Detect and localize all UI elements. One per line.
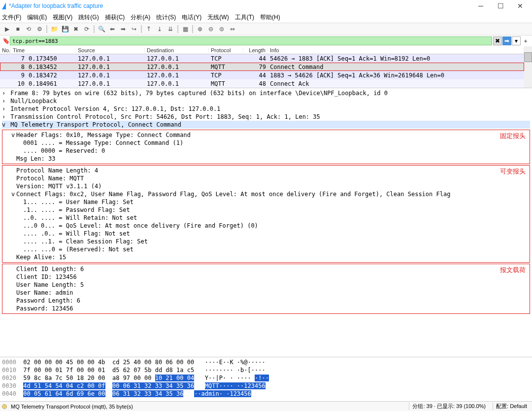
next-icon[interactable]: ➡ xyxy=(118,24,128,34)
tree-row[interactable]: User Name: admin xyxy=(4,289,528,297)
col-time-header[interactable]: Time xyxy=(11,47,76,53)
options-icon[interactable]: ⚙ xyxy=(34,24,44,34)
menu-item[interactable]: 视图(V) xyxy=(53,13,72,22)
hex-dump-pane[interactable]: 0000 02 00 00 00 45 00 00 4b cd 25 40 00… xyxy=(0,357,532,401)
add-filter-icon[interactable]: ＋ xyxy=(521,36,530,45)
tree-row[interactable]: .... .0.. = Will Flag: Not set xyxy=(4,230,528,238)
find-icon[interactable]: 🔍 xyxy=(97,24,106,34)
menu-item[interactable]: 捕获(C) xyxy=(105,13,125,22)
hex-row[interactable]: 0010 7f 00 00 01 7f 00 00 01 d5 62 07 5b… xyxy=(2,366,530,374)
filter-text: tcp.port==1883 xyxy=(12,38,58,44)
history-dropdown-icon[interactable]: ▾ xyxy=(512,36,521,45)
annotation-label: 固定报头 xyxy=(500,132,526,140)
display-filter-input[interactable]: tcp.port==1883 xyxy=(10,36,492,45)
tree-row[interactable]: Version: MQTT v3.1.1 (4) xyxy=(4,182,528,190)
expert-info-icon[interactable] xyxy=(2,404,7,409)
tree-row[interactable]: › Internet Protocol Version 4, Src: 127.… xyxy=(2,105,530,113)
stop-capture-icon[interactable]: ■ xyxy=(13,24,23,34)
open-icon[interactable]: 📁 xyxy=(49,24,59,34)
menu-item[interactable]: 电话(Y) xyxy=(182,13,201,22)
clear-filter-icon[interactable]: ✖ xyxy=(493,36,502,45)
hex-row[interactable]: 0030 4d 51 54 54 04 c2 00 0f 00 06 31 32… xyxy=(2,382,530,390)
tree-row[interactable]: › Null/Loopback xyxy=(2,97,530,105)
zoom-reset-icon[interactable]: ⊜ xyxy=(217,24,227,34)
menu-item[interactable]: 文件(F) xyxy=(2,13,21,22)
menu-item[interactable]: 无线(W) xyxy=(207,13,229,22)
tree-row[interactable]: vConnect Flags: 0xc2, User Name Flag, Pa… xyxy=(4,190,528,198)
save-icon[interactable]: 💾 xyxy=(60,24,70,34)
close-button[interactable]: ✕ xyxy=(510,0,530,12)
tree-row-mqtt[interactable]: v MQ Telemetry Transport Protocol, Conne… xyxy=(2,121,530,129)
start-capture-icon[interactable]: ▶ xyxy=(2,24,12,34)
col-len-header[interactable]: Length xyxy=(243,47,268,53)
menu-item[interactable]: 跳转(G) xyxy=(78,13,99,22)
first-icon[interactable]: ⤒ xyxy=(144,24,154,34)
window-title: *Adapter for loopback traffic capture xyxy=(9,2,471,9)
annotation-label: 报文载荷 xyxy=(500,266,526,274)
tree-row[interactable]: › Frame 8: 79 bytes on wire (632 bits), … xyxy=(2,89,530,97)
menu-item[interactable]: 统计(S) xyxy=(156,13,176,22)
packet-list-header[interactable]: No. Time Source Destination Protocol Len… xyxy=(0,46,524,54)
tree-row[interactable]: Keep Alive: 15 xyxy=(4,253,528,261)
tree-row[interactable]: ...0 0... = QoS Level: At most once deli… xyxy=(4,222,528,230)
zoom-in-icon[interactable]: ⊕ xyxy=(195,24,205,34)
apply-filter-icon[interactable]: ➡ xyxy=(502,36,511,45)
prev-icon[interactable]: ⬅ xyxy=(107,24,117,34)
col-no-header[interactable]: No. xyxy=(0,47,11,53)
menu-item[interactable]: 工具(T) xyxy=(235,13,254,22)
tree-row[interactable]: Client ID Length: 6 xyxy=(4,265,528,273)
status-packets: 分组: 39 · 已显示: 39 (100.0%) xyxy=(409,403,489,410)
tree-row[interactable]: Msg Len: 33 xyxy=(4,155,528,163)
packet-row[interactable]: 100.184961127.0.0.1127.0.0.1MQTT48Connec… xyxy=(0,79,524,88)
colorize-icon[interactable]: ▦ xyxy=(180,24,190,34)
col-proto-header[interactable]: Protocol xyxy=(209,47,243,53)
tree-row[interactable]: Password: 123456 xyxy=(4,305,528,312)
last-icon[interactable]: ⤓ xyxy=(155,24,165,34)
tree-row[interactable]: .... 0000 = Reserved: 0 xyxy=(4,147,528,155)
menu-item[interactable]: 分析(A) xyxy=(131,13,150,22)
packet-row[interactable]: 80.183452127.0.0.1127.0.0.1MQTT79Connect… xyxy=(0,63,524,71)
status-profile[interactable]: 配置: Default xyxy=(493,403,530,410)
tree-row[interactable]: .... ..1. = Clean Session Flag: Set xyxy=(4,238,528,245)
zoom-out-icon[interactable]: ⊖ xyxy=(206,24,216,34)
separator xyxy=(46,25,47,33)
bookmark-icon[interactable]: 🔖 xyxy=(2,37,10,44)
hex-row[interactable]: 0000 02 00 00 00 45 00 00 4b cd 25 40 00… xyxy=(2,358,530,366)
maximize-button[interactable]: ☐ xyxy=(491,0,510,12)
hex-row[interactable]: 0040 00 05 61 64 6d 69 6e 00 06 31 32 33… xyxy=(2,390,530,398)
annotation-label: 可变报头 xyxy=(500,168,526,175)
col-src-header[interactable]: Source xyxy=(76,47,145,53)
packet-row[interactable]: 90.183472127.0.0.1127.0.0.1TCP441883 → 5… xyxy=(0,71,524,79)
menu-item[interactable]: 编辑(E) xyxy=(27,13,47,22)
menu-item[interactable]: 帮助(H) xyxy=(260,13,280,22)
close-file-icon[interactable]: ✖ xyxy=(71,24,81,34)
tree-row[interactable]: 1... .... = User Name Flag: Set xyxy=(4,198,528,206)
packet-details-pane[interactable]: › Frame 8: 79 bytes on wire (632 bits), … xyxy=(0,88,532,357)
reload-icon[interactable]: ⟳ xyxy=(82,24,92,34)
tree-row[interactable]: .... ...0 = (Reserved): Not set xyxy=(4,245,528,253)
jump-icon[interactable]: ↪ xyxy=(129,24,139,34)
separator xyxy=(177,25,178,33)
packet-row[interactable]: 70.173450127.0.0.1127.0.0.1TCP4454626 → … xyxy=(0,54,524,63)
annotation-box: 可变报头 Protocol Name Length: 4 Protocol Na… xyxy=(2,165,530,263)
tree-row[interactable]: 0001 .... = Message Type: Connect Comman… xyxy=(4,139,528,147)
tree-row[interactable]: Password Length: 6 xyxy=(4,297,528,305)
tree-row[interactable]: .1.. .... = Password Flag: Set xyxy=(4,206,528,214)
restart-capture-icon[interactable]: ⟲ xyxy=(24,24,33,34)
tree-row[interactable]: › Transmission Control Protocol, Src Por… xyxy=(2,113,530,121)
tree-row[interactable]: Client ID: 123456 xyxy=(4,273,528,281)
annotation-box: 报文载荷 Client ID Length: 6 Client ID: 1234… xyxy=(2,264,530,314)
col-dst-header[interactable]: Destination xyxy=(145,47,209,53)
col-info-header[interactable]: Info xyxy=(268,47,524,53)
tree-row[interactable]: Protocol Name: MQTT xyxy=(4,174,528,182)
hex-row[interactable]: 0020 59 8c 8a 7c 50 18 20 00 a8 97 00 00… xyxy=(2,374,530,382)
minimize-button[interactable]: ─ xyxy=(471,0,491,12)
scrollbar[interactable] xyxy=(524,46,532,88)
separator xyxy=(141,25,142,33)
tree-row[interactable]: Protocol Name Length: 4 xyxy=(4,167,528,174)
resize-cols-icon[interactable]: ⇔ xyxy=(228,24,237,34)
autoscroll-icon[interactable]: ⇊ xyxy=(166,24,175,34)
tree-row[interactable]: ..0. .... = Will Retain: Not set xyxy=(4,214,528,222)
tree-row[interactable]: User Name Length: 5 xyxy=(4,281,528,289)
tree-row[interactable]: vHeader Flags: 0x10, Message Type: Conne… xyxy=(4,131,528,139)
